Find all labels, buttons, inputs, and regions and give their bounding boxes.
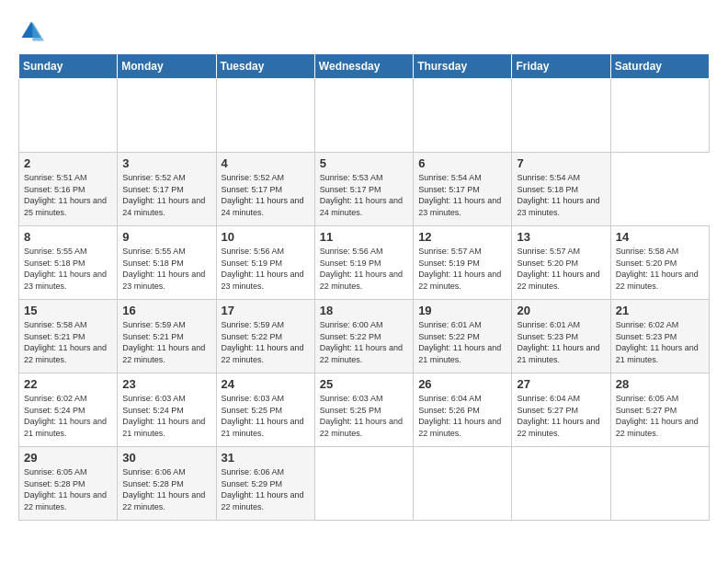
day-detail: Sunrise: 6:04 AMSunset: 5:26 PMDaylight:… (418, 393, 506, 439)
day-number: 23 (122, 377, 210, 391)
calendar-cell: 31 Sunrise: 6:06 AMSunset: 5:29 PMDaylig… (216, 447, 314, 521)
calendar-cell (610, 79, 709, 153)
calendar-cell: 9 Sunrise: 5:55 AMSunset: 5:18 PMDayligh… (118, 226, 216, 300)
week-row-2: 8 Sunrise: 5:55 AMSunset: 5:18 PMDayligh… (19, 226, 710, 300)
day-number: 4 (222, 156, 310, 170)
day-number: 21 (616, 304, 704, 317)
day-detail: Sunrise: 5:58 AMSunset: 5:20 PMDaylight:… (616, 246, 704, 292)
day-number: 12 (418, 230, 506, 244)
svg-marker-1 (32, 22, 44, 41)
day-number: 27 (517, 377, 605, 391)
day-detail: Sunrise: 5:53 AMSunset: 5:17 PMDaylight:… (320, 172, 408, 218)
calendar-cell: 23 Sunrise: 6:03 AMSunset: 5:24 PMDaylig… (118, 373, 216, 447)
calendar-cell: 29 Sunrise: 6:05 AMSunset: 5:28 PMDaylig… (19, 447, 118, 521)
day-detail: Sunrise: 6:05 AMSunset: 5:28 PMDaylight:… (24, 466, 112, 512)
day-detail: Sunrise: 5:52 AMSunset: 5:17 PMDaylight:… (122, 172, 210, 218)
day-detail: Sunrise: 5:56 AMSunset: 5:19 PMDaylight:… (222, 246, 310, 292)
calendar-cell: 6 Sunrise: 5:54 AMSunset: 5:17 PMDayligh… (414, 153, 512, 226)
day-number: 24 (222, 377, 310, 391)
day-number: 15 (24, 304, 112, 317)
calendar-cell: 12 Sunrise: 5:57 AMSunset: 5:19 PMDaylig… (414, 226, 512, 300)
calendar-cell: 20 Sunrise: 6:01 AMSunset: 5:23 PMDaylig… (512, 300, 610, 373)
calendar-cell: 8 Sunrise: 5:55 AMSunset: 5:18 PMDayligh… (19, 226, 118, 300)
calendar-table: SundayMondayTuesdayWednesdayThursdayFrid… (18, 53, 710, 521)
day-number: 17 (222, 304, 310, 317)
calendar-cell (414, 447, 512, 521)
day-detail: Sunrise: 6:03 AMSunset: 5:25 PMDaylight:… (320, 393, 408, 439)
calendar-cell (216, 79, 314, 153)
calendar-cell: 14 Sunrise: 5:58 AMSunset: 5:20 PMDaylig… (610, 226, 709, 300)
day-detail: Sunrise: 5:51 AMSunset: 5:16 PMDaylight:… (24, 172, 112, 218)
calendar-cell: 15 Sunrise: 5:58 AMSunset: 5:21 PMDaylig… (19, 300, 118, 373)
calendar-cell (414, 79, 512, 153)
day-detail: Sunrise: 5:59 AMSunset: 5:21 PMDaylight:… (122, 319, 210, 365)
week-row-1: 2 Sunrise: 5:51 AMSunset: 5:16 PMDayligh… (19, 153, 710, 226)
day-detail: Sunrise: 5:52 AMSunset: 5:17 PMDaylight:… (222, 172, 310, 218)
day-detail: Sunrise: 6:01 AMSunset: 5:22 PMDaylight:… (418, 319, 506, 365)
day-number: 19 (418, 304, 506, 317)
day-number: 5 (320, 156, 408, 170)
calendar-cell: 19 Sunrise: 6:01 AMSunset: 5:22 PMDaylig… (414, 300, 512, 373)
day-detail: Sunrise: 6:00 AMSunset: 5:22 PMDaylight:… (320, 319, 408, 365)
calendar-cell: 25 Sunrise: 6:03 AMSunset: 5:25 PMDaylig… (314, 373, 413, 447)
calendar-cell (610, 447, 709, 521)
day-number: 29 (24, 451, 112, 465)
day-detail: Sunrise: 5:54 AMSunset: 5:17 PMDaylight:… (418, 172, 506, 218)
calendar-cell: 13 Sunrise: 5:57 AMSunset: 5:20 PMDaylig… (512, 226, 610, 300)
header-thursday: Thursday (414, 54, 512, 79)
calendar-cell: 17 Sunrise: 5:59 AMSunset: 5:22 PMDaylig… (216, 300, 314, 373)
calendar-cell: 16 Sunrise: 5:59 AMSunset: 5:21 PMDaylig… (118, 300, 216, 373)
day-number: 6 (418, 156, 506, 170)
calendar-cell: 11 Sunrise: 5:56 AMSunset: 5:19 PMDaylig… (314, 226, 413, 300)
calendar-cell: 30 Sunrise: 6:06 AMSunset: 5:28 PMDaylig… (118, 447, 216, 521)
calendar-cell: 21 Sunrise: 6:02 AMSunset: 5:23 PMDaylig… (610, 300, 709, 373)
day-number: 18 (320, 304, 408, 317)
header-wednesday: Wednesday (314, 54, 413, 79)
day-number: 9 (122, 230, 210, 244)
day-detail: Sunrise: 5:57 AMSunset: 5:20 PMDaylight:… (517, 246, 605, 292)
calendar-cell: 28 Sunrise: 6:05 AMSunset: 5:27 PMDaylig… (610, 373, 709, 447)
header-monday: Monday (118, 54, 216, 79)
day-number: 25 (320, 377, 408, 391)
calendar-cell: 18 Sunrise: 6:00 AMSunset: 5:22 PMDaylig… (314, 300, 413, 373)
day-detail: Sunrise: 6:02 AMSunset: 5:24 PMDaylight:… (24, 393, 112, 439)
calendar-cell: 10 Sunrise: 5:56 AMSunset: 5:19 PMDaylig… (216, 226, 314, 300)
day-number: 10 (222, 230, 310, 244)
day-detail: Sunrise: 6:05 AMSunset: 5:27 PMDaylight:… (616, 393, 704, 439)
calendar-cell: 27 Sunrise: 6:04 AMSunset: 5:27 PMDaylig… (512, 373, 610, 447)
calendar-cell (512, 79, 610, 153)
calendar-cell: 5 Sunrise: 5:53 AMSunset: 5:17 PMDayligh… (314, 153, 413, 226)
day-number: 7 (517, 156, 605, 170)
day-number: 13 (517, 230, 605, 244)
day-detail: Sunrise: 5:59 AMSunset: 5:22 PMDaylight:… (222, 319, 310, 365)
day-number: 30 (122, 451, 210, 465)
calendar-cell: 2 Sunrise: 5:51 AMSunset: 5:16 PMDayligh… (19, 153, 118, 226)
day-number: 14 (616, 230, 704, 244)
day-detail: Sunrise: 5:58 AMSunset: 5:21 PMDaylight:… (24, 319, 112, 365)
calendar-cell (19, 79, 118, 153)
day-detail: Sunrise: 6:01 AMSunset: 5:23 PMDaylight:… (517, 319, 605, 365)
day-detail: Sunrise: 5:55 AMSunset: 5:18 PMDaylight:… (24, 246, 112, 292)
calendar-cell: 7 Sunrise: 5:54 AMSunset: 5:18 PMDayligh… (512, 153, 610, 226)
day-detail: Sunrise: 6:03 AMSunset: 5:24 PMDaylight:… (122, 393, 210, 439)
day-detail: Sunrise: 5:57 AMSunset: 5:19 PMDaylight:… (418, 246, 506, 292)
day-number: 2 (24, 156, 112, 170)
day-detail: Sunrise: 6:04 AMSunset: 5:27 PMDaylight:… (517, 393, 605, 439)
calendar-cell: 24 Sunrise: 6:03 AMSunset: 5:25 PMDaylig… (216, 373, 314, 447)
calendar-cell (314, 79, 413, 153)
week-row-4: 22 Sunrise: 6:02 AMSunset: 5:24 PMDaylig… (19, 373, 710, 447)
day-detail: Sunrise: 6:06 AMSunset: 5:28 PMDaylight:… (122, 466, 210, 512)
week-row-5: 29 Sunrise: 6:05 AMSunset: 5:28 PMDaylig… (19, 447, 710, 521)
week-row-3: 15 Sunrise: 5:58 AMSunset: 5:21 PMDaylig… (19, 300, 710, 373)
page-header (18, 18, 710, 44)
calendar-cell: 4 Sunrise: 5:52 AMSunset: 5:17 PMDayligh… (216, 153, 314, 226)
header-row: SundayMondayTuesdayWednesdayThursdayFrid… (19, 54, 710, 79)
day-detail: Sunrise: 5:55 AMSunset: 5:18 PMDaylight:… (122, 246, 210, 292)
day-number: 16 (122, 304, 210, 317)
calendar-cell (118, 79, 216, 153)
calendar-body: 2 Sunrise: 5:51 AMSunset: 5:16 PMDayligh… (19, 79, 710, 521)
logo-icon (18, 18, 44, 44)
calendar-cell: 3 Sunrise: 5:52 AMSunset: 5:17 PMDayligh… (118, 153, 216, 226)
day-detail: Sunrise: 6:06 AMSunset: 5:29 PMDaylight:… (222, 466, 310, 512)
day-detail: Sunrise: 5:54 AMSunset: 5:18 PMDaylight:… (517, 172, 605, 218)
